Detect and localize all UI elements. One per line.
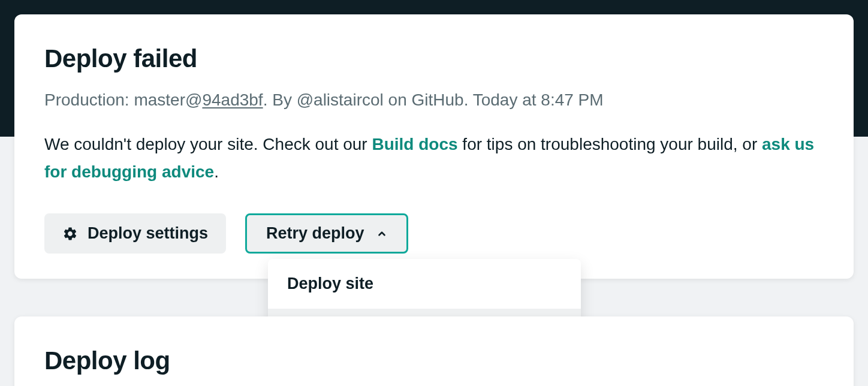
deploy-body-part1: We couldn't deploy your site. Check out … bbox=[44, 135, 372, 153]
deploy-log-card: Deploy log bbox=[14, 316, 854, 386]
commit-hash-link[interactable]: 94ad3bf bbox=[202, 91, 263, 109]
deploy-body-part3: . bbox=[214, 162, 219, 181]
build-docs-link[interactable]: Build docs bbox=[372, 135, 457, 153]
deploy-button-row: Deploy settings Retry deploy Deploy site… bbox=[44, 213, 824, 254]
deploy-time: Today at 8:47 PM bbox=[473, 91, 604, 109]
deploy-meta-by-prefix: . By bbox=[263, 91, 297, 109]
deploy-meta-prefix: Production: master@ bbox=[44, 91, 202, 109]
deploy-body: We couldn't deploy your site. Check out … bbox=[44, 131, 824, 186]
deploy-status-title: Deploy failed bbox=[44, 44, 824, 73]
deploy-meta: Production: master@94ad3bf. By @alistair… bbox=[44, 88, 824, 113]
deploy-log-title: Deploy log bbox=[44, 346, 824, 375]
deploy-settings-label: Deploy settings bbox=[88, 224, 208, 243]
chevron-up-icon bbox=[376, 228, 387, 239]
deploy-author: @alistaircol bbox=[297, 91, 384, 109]
retry-deploy-label: Retry deploy bbox=[266, 224, 364, 243]
deploy-meta-on: on GitHub. bbox=[384, 91, 473, 109]
dropdown-deploy-site[interactable]: Deploy site bbox=[268, 259, 581, 309]
gear-icon bbox=[62, 226, 78, 242]
deploy-status-card: Deploy failed Production: master@94ad3bf… bbox=[14, 14, 854, 279]
deploy-settings-button[interactable]: Deploy settings bbox=[44, 213, 226, 254]
deploy-body-part2: for tips on troubleshooting your build, … bbox=[458, 135, 762, 153]
retry-deploy-button[interactable]: Retry deploy bbox=[245, 213, 408, 254]
